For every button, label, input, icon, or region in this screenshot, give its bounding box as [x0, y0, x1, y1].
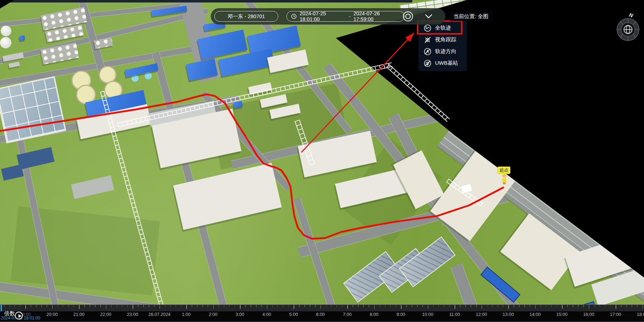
timeline-tick — [321, 305, 321, 309]
timeline-label: 20:00 — [47, 312, 58, 317]
horizon-strip — [0, 0, 412, 2]
track-direction-icon — [423, 47, 432, 56]
timeline-tick — [74, 305, 74, 307]
timeline-tick — [637, 305, 638, 307]
timeline-tick — [122, 305, 123, 307]
menu-item-view-follow[interactable]: 视角跟踪 — [419, 34, 467, 46]
timeline-tick — [208, 305, 208, 307]
timeline-tick — [170, 305, 171, 307]
toolbar: 邓一东 - 280701 2024-07-25 18:01:00 - 2024-… — [211, 8, 445, 25]
timeline-label: 13:00 — [503, 312, 514, 317]
timeline-tick — [406, 305, 407, 307]
menu-item-track-direction[interactable]: 轨迹方向 — [419, 46, 467, 57]
timeline-tick — [417, 305, 418, 307]
timeline-tick — [160, 305, 160, 309]
timeline-label: 4:00 — [262, 312, 271, 317]
timeline-tick — [562, 305, 563, 309]
timeline-tick — [154, 305, 155, 307]
timeline-tick — [471, 305, 471, 307]
timeline-tick — [503, 305, 504, 307]
timeline-tick — [422, 305, 423, 307]
timeline-label: 2:00 — [209, 312, 217, 317]
timeline-tick — [229, 305, 230, 307]
clarifier-tank — [145, 72, 152, 79]
timeline-tick — [573, 305, 573, 307]
timeline-tick — [90, 305, 90, 307]
timeline-tick — [455, 305, 455, 309]
timeline-tick — [4, 305, 5, 307]
timeline-label: 16:00 — [583, 312, 594, 317]
menu-item-label: 轨迹方向 — [435, 48, 456, 55]
timeline-label: 8:00 — [370, 312, 378, 317]
timeline-tick — [224, 305, 225, 307]
timeline-tick — [594, 305, 595, 307]
timeline-tick — [358, 305, 359, 307]
timeline-label: 26.07.2024 — [148, 312, 171, 317]
timeline-tick — [52, 305, 53, 309]
current-location-label: 当前位置: 全图 — [450, 11, 492, 21]
timeline-tick — [643, 305, 643, 309]
timeline-tick — [202, 305, 203, 307]
timeline-tick — [557, 305, 557, 307]
timeline-tick — [20, 305, 21, 307]
timeline-tick — [380, 305, 380, 307]
timeline-tick — [197, 305, 198, 307]
timeline-tick — [578, 305, 579, 307]
timeline-tick — [288, 305, 289, 307]
timeline-label: 18:00 — [637, 312, 644, 317]
timeline-tick — [25, 305, 26, 309]
timeline-tick — [213, 305, 214, 309]
play-button[interactable] — [15, 312, 23, 320]
timeline-tick — [363, 305, 364, 307]
timeline-tick — [138, 305, 139, 307]
timeline-tick — [546, 305, 547, 307]
timeline-tick — [621, 305, 622, 307]
timeline-label: 11:00 — [449, 312, 460, 317]
map-canvas[interactable]: 起点 全轨迹 — [0, 0, 644, 322]
timeline-tick — [605, 305, 606, 307]
timeline-tick — [251, 305, 251, 307]
timeline-tick — [567, 305, 568, 307]
person-select-value: 邓一东 - 280701 — [228, 13, 265, 20]
locate-icon[interactable] — [402, 11, 414, 22]
timeline-tick — [626, 305, 627, 307]
timeline-tick — [374, 305, 375, 309]
timeline-tick — [315, 305, 316, 307]
menu-item-label: 视角跟踪 — [435, 36, 456, 43]
uwb-station-icon — [423, 59, 432, 68]
timeline-tick — [492, 305, 493, 307]
chevron-down-icon[interactable] — [423, 13, 434, 20]
timeline-tick — [181, 305, 182, 307]
time-range-end: 2024-07-26 17:59:00 — [353, 11, 400, 22]
timeline-tick — [482, 305, 482, 309]
timeline-tick — [278, 305, 278, 307]
clarifier-tank — [132, 75, 139, 82]
timeline-tick — [369, 305, 369, 307]
timeline-tick — [240, 305, 241, 309]
timeline-tick — [616, 305, 616, 309]
timeline-tick — [519, 305, 520, 307]
timeline-label: 15:00 — [556, 312, 567, 317]
compass[interactable] — [613, 15, 643, 44]
timeline-tick — [36, 305, 37, 307]
timeline-tick — [385, 305, 386, 307]
timeline-scrubber[interactable]: 19:0020:0021:0022:0023:0026.07.20241:002… — [0, 305, 644, 322]
storage-sphere — [1, 26, 11, 36]
timeline-tick — [41, 305, 42, 307]
timeline-tick — [68, 305, 69, 307]
timeline-tick — [514, 305, 514, 307]
menu-item-label: UWB基站 — [435, 60, 458, 67]
timeline-tick — [192, 305, 192, 307]
timeline-label: 6:00 — [316, 312, 324, 317]
person-select[interactable]: 邓一东 - 280701 — [214, 11, 278, 22]
menu-item-uwb-station[interactable]: UWB基站 — [419, 57, 467, 69]
timeline-cursor[interactable] — [1, 305, 2, 311]
timeline-label: 1:00 — [182, 312, 190, 317]
timeline-tick — [267, 305, 268, 309]
timeline-tick — [449, 305, 450, 307]
timeline-tick — [551, 305, 552, 307]
timeline-tick-strip[interactable] — [0, 305, 644, 311]
timeline-tick — [176, 305, 176, 307]
timeline-tick — [143, 305, 144, 307]
time-range-select[interactable]: 2024-07-25 18:01:00 - 2024-07-26 17:59:0… — [286, 11, 404, 22]
